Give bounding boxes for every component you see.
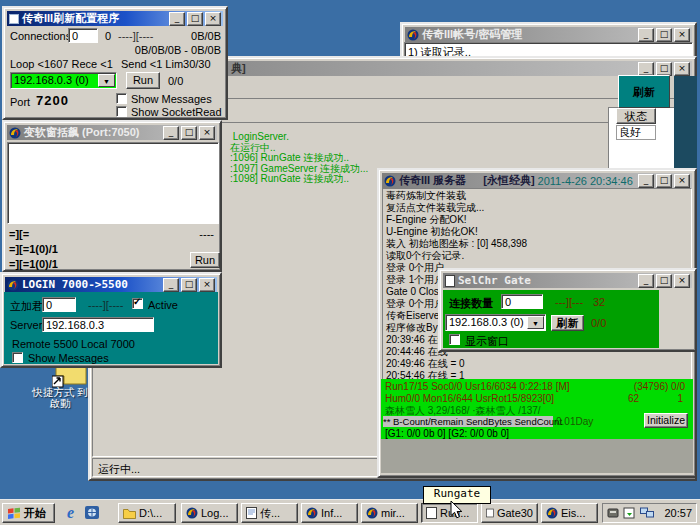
game-server-lower-panel [381, 439, 693, 473]
input-method-icon[interactable] [607, 507, 619, 519]
taskbar-button-folder[interactable]: D:\... [118, 503, 176, 523]
connections-input[interactable]: 0 [68, 28, 98, 43]
port-value: 7200 [36, 93, 69, 108]
folder-icon [123, 508, 136, 519]
server-select[interactable]: 192.168.0.3 (0) ▼ [445, 314, 546, 331]
minimize-button[interactable]: _ [163, 278, 179, 292]
close-button[interactable]: × [674, 274, 690, 288]
maximize-button[interactable]: □ [656, 174, 672, 188]
show-window-checkbox[interactable] [449, 334, 460, 345]
maximize-button[interactable]: □ [181, 126, 197, 140]
server-label: Server [10, 319, 42, 331]
login-gate-title: LOGIN 7000->5500 [22, 278, 128, 291]
proxy-status-line: =][=1(0)/1 [9, 258, 58, 270]
show-socketread-checkbox[interactable] [116, 106, 127, 117]
taskbar-button-label: Inf... [321, 507, 342, 519]
refresh-button[interactable]: 刷新 [618, 75, 670, 108]
game-server-titlebar[interactable]: 传奇III 服务器 [永恒经典] 2011-4-26 20:34:46 _ □ … [382, 173, 692, 188]
status-hum-line: Hum0/0 Mon16/644 UsrRot15/8923[0] [385, 393, 554, 404]
status-run-line: Run17/15 Soc0/0 Usr16/6034 0:22:18 [M] [385, 381, 570, 392]
clock[interactable]: 20:57 [664, 507, 692, 519]
minimize-button[interactable]: _ [163, 126, 179, 140]
close-button[interactable]: × [205, 12, 221, 26]
scheduled-task-icon[interactable] [623, 507, 636, 519]
account-manager-titlebar[interactable]: 传奇III帐号/密码管理 _ □ × [405, 27, 692, 42]
close-button[interactable]: × [199, 278, 215, 292]
internet-explorer-icon[interactable]: e [62, 504, 79, 521]
show-messages-checkbox[interactable] [116, 93, 127, 104]
app-icon [384, 175, 396, 187]
close-button[interactable]: × [674, 62, 690, 76]
proxy-status-line: =][= [9, 228, 29, 240]
show-messages-checkbox[interactable] [12, 352, 23, 363]
account-manager-title: 传奇III帐号/密码管理 [422, 27, 522, 42]
log-line: 20:49:46 在线 = 0 [386, 358, 527, 370]
taskbar-button-log[interactable]: Log... [181, 503, 238, 523]
selchr-titlebar[interactable]: SelChr Gate _ □ × [443, 273, 692, 288]
taskbar-button-eis[interactable]: Eis... [541, 503, 598, 523]
show-messages-label: Show Messages [28, 352, 109, 364]
connection-count-label: 连接数量 [449, 296, 493, 311]
status-bcount-day: 0.01Day [556, 416, 593, 427]
run-button[interactable]: Run [126, 72, 160, 89]
counter-input[interactable]: 0 [42, 297, 76, 312]
send-text: Send <1 Lim30/30 [121, 58, 211, 70]
start-button[interactable]: 开始 [2, 503, 55, 523]
window-selchr-gate: SelChr Gate _ □ × 连接数量 0 ---][--- 32 192… [438, 268, 697, 352]
quick-launch-app-icon[interactable] [84, 505, 100, 520]
status-column-header[interactable]: 状态 [616, 108, 656, 124]
status-hum-a: 62 [628, 393, 639, 404]
initialize-button[interactable]: Initialize [644, 413, 688, 428]
login-gate-client: 立加君 0 ----][---- Active Server 192.168.0… [4, 292, 218, 364]
run-button[interactable]: Run [190, 252, 220, 268]
log-line: :1096] RunGate 连接成功.. [230, 153, 368, 164]
log-line: F-Engine 分配OK! [386, 214, 527, 226]
selchr-refresh-button[interactable]: 刷新 [551, 315, 584, 331]
taskbar-button-label: D:\... [139, 507, 162, 519]
maximize-button[interactable]: □ [656, 274, 672, 288]
chevron-down-icon[interactable]: ▼ [527, 316, 544, 329]
active-checkbox[interactable] [132, 298, 143, 309]
game-server-title-tag: [永恒经典] [483, 173, 534, 188]
server-input[interactable]: 192.168.0.3 [42, 317, 154, 332]
close-button[interactable]: × [674, 174, 690, 188]
maximize-button[interactable]: □ [187, 12, 203, 26]
minimize-button[interactable]: _ [638, 28, 654, 42]
maximize-button[interactable]: □ [181, 278, 197, 292]
proxy-7050-titlebar[interactable]: 变软窗括飙 (Port:7050) _ □ × [7, 125, 217, 140]
connection-count-input[interactable]: 0 [501, 294, 543, 309]
taskbar-button-chuan[interactable]: 传... [241, 503, 298, 523]
log-line: 复活点文件装载完成... [386, 202, 527, 214]
taskbar-button-mir[interactable]: mir... [361, 503, 418, 523]
login-gate-titlebar[interactable]: LOGIN 7000->5500 _ □ × [5, 277, 217, 292]
minimize-button[interactable]: _ [638, 174, 654, 188]
close-button[interactable]: × [674, 28, 690, 42]
minimize-button[interactable]: _ [638, 62, 654, 76]
refresh-config-titlebar[interactable]: 传奇III刷新配置程序 _ □ × [7, 11, 223, 26]
active-label: Active [148, 299, 178, 311]
log-line: 毒药炼制文件装载 [386, 190, 527, 202]
close-button[interactable]: × [199, 126, 215, 140]
show-socketread-label: Show SocketRead [131, 106, 222, 118]
mouse-cursor [450, 501, 464, 521]
throttle-slider[interactable]: ----][---- [118, 30, 153, 42]
taskbar-button-gate30[interactable]: Gate30 [481, 503, 538, 523]
maximize-button[interactable]: □ [656, 28, 672, 42]
window-refresh-config: 传奇III刷新配置程序 _ □ × Connections 0 0 ----][… [2, 6, 228, 120]
loop-text: Loop <1607 Rece <1 [10, 58, 113, 70]
minimize-button[interactable]: _ [638, 274, 654, 288]
chevron-down-icon[interactable]: ▼ [98, 74, 115, 87]
server-select[interactable]: 192.168.0.3 (0) ▼ [10, 72, 117, 89]
throttle-slider[interactable]: ----][---- [88, 299, 123, 311]
minimize-button[interactable]: _ [169, 12, 185, 26]
taskbar-button-inf[interactable]: Inf... [301, 503, 358, 523]
game-server-status-green: Run17/15 Soc0/0 Usr16/6034 0:22:18 [M] (… [381, 379, 693, 439]
proxy-status-line: =][=1(0)/1 [9, 243, 58, 255]
connection-slider[interactable]: ---][--- [555, 296, 583, 308]
proxy-7050-list[interactable] [7, 142, 219, 224]
taskbar-button-label: mir... [381, 507, 405, 519]
maximize-button[interactable]: □ [656, 62, 672, 76]
port-label: Port [10, 96, 30, 108]
network-icon[interactable] [640, 507, 654, 519]
server-select-value: 192.168.0.3 (0) [449, 316, 524, 328]
